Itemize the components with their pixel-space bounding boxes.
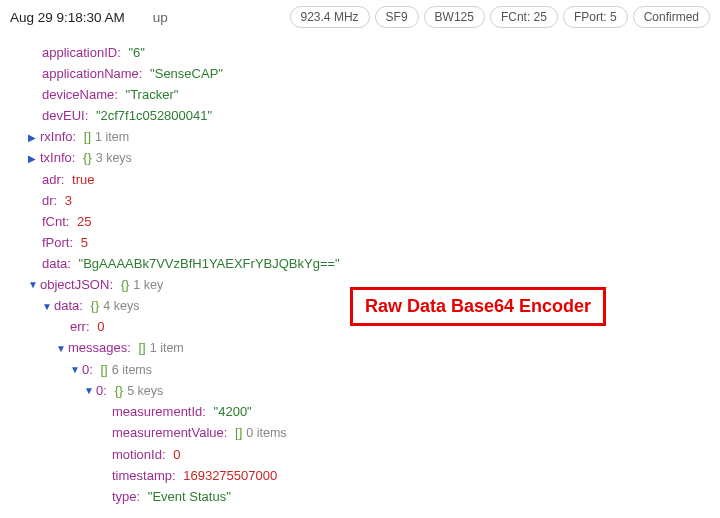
bracket-icon: []: [100, 362, 107, 377]
key-applicationName: applicationName: [42, 66, 139, 81]
key-measurementId: measurementId: [112, 404, 202, 419]
pill-fcnt: FCnt: 25: [490, 6, 558, 28]
caret-oj-data[interactable]: [42, 299, 52, 315]
value-data-base64: "BgAAAABk7VVzBfH1YAEXFrYBJQBkYg==": [79, 256, 340, 271]
meta-m00: 5 keys: [127, 384, 163, 398]
key-dr: dr: [42, 193, 54, 208]
brace-icon: {}: [91, 298, 100, 313]
key-measurementValue: measurementValue: [112, 425, 224, 440]
value-timestamp: 1693275507000: [183, 468, 277, 483]
key-motionId: motionId: [112, 447, 162, 462]
caret-m0[interactable]: [70, 362, 80, 378]
caret-objectJSON[interactable]: [28, 277, 38, 293]
meta-oj-data: 4 keys: [103, 299, 139, 313]
pill-frequency: 923.4 MHz: [290, 6, 370, 28]
json-tree: applicationID: "6" applicationName: "Sen…: [0, 32, 720, 507]
key-data: data: [42, 256, 67, 271]
value-applicationID: "6": [128, 45, 144, 60]
brace-icon: {}: [114, 383, 123, 398]
pill-sf: SF9: [375, 6, 419, 28]
bracket-icon: []: [84, 129, 91, 144]
key-oj-data: data: [54, 298, 79, 313]
pill-fport: FPort: 5: [563, 6, 628, 28]
value-deviceName: "Tracker": [126, 87, 179, 102]
header-timestamp: Aug 29 9:18:30 AM: [10, 10, 125, 25]
meta-objectJSON: 1 key: [133, 278, 163, 292]
callout-raw-data: Raw Data Base64 Encoder: [350, 287, 606, 326]
key-deviceName: deviceName: [42, 87, 114, 102]
key-adr: adr: [42, 172, 61, 187]
value-type: "Event Status": [148, 489, 231, 504]
key-type: type: [112, 489, 137, 504]
key-rxInfo: rxInfo: [40, 129, 73, 144]
key-err: err: [70, 319, 86, 334]
value-fPort: 5: [81, 235, 88, 250]
bracket-icon: []: [235, 425, 242, 440]
key-fCnt: fCnt: [42, 214, 66, 229]
event-header: Aug 29 9:18:30 AM up 923.4 MHz SF9 BW125…: [0, 0, 720, 32]
header-pills: 923.4 MHz SF9 BW125 FCnt: 25 FPort: 5 Co…: [290, 6, 710, 28]
caret-m00[interactable]: [84, 383, 94, 399]
brace-icon: {}: [121, 277, 130, 292]
bracket-icon: []: [139, 340, 146, 355]
key-timestamp: timestamp: [112, 468, 172, 483]
meta-rxInfo: 1 item: [95, 130, 129, 144]
value-devEUI: "2cf7f1c052800041": [96, 108, 212, 123]
key-devEUI: devEUI: [42, 108, 85, 123]
meta-messages: 1 item: [150, 341, 184, 355]
value-motionId: 0: [173, 447, 180, 462]
value-adr: true: [72, 172, 94, 187]
pill-confirmed: Confirmed: [633, 6, 710, 28]
value-err: 0: [97, 319, 104, 334]
meta-measurementValue: 0 items: [246, 426, 286, 440]
caret-rxInfo[interactable]: [28, 130, 38, 146]
value-applicationName: "SenseCAP": [150, 66, 223, 81]
key-txInfo: txInfo: [40, 150, 72, 165]
header-direction: up: [153, 10, 168, 25]
brace-icon: {}: [83, 150, 92, 165]
meta-m0: 6 items: [112, 363, 152, 377]
value-fCnt: 25: [77, 214, 91, 229]
pill-bw: BW125: [424, 6, 485, 28]
value-measurementId: "4200": [214, 404, 252, 419]
value-dr: 3: [65, 193, 72, 208]
key-fPort: fPort: [42, 235, 69, 250]
caret-messages[interactable]: [56, 341, 66, 357]
meta-txInfo: 3 keys: [96, 151, 132, 165]
key-objectJSON: objectJSON: [40, 277, 109, 292]
key-messages: messages: [68, 340, 127, 355]
key-applicationID: applicationID: [42, 45, 117, 60]
caret-txInfo[interactable]: [28, 151, 38, 167]
